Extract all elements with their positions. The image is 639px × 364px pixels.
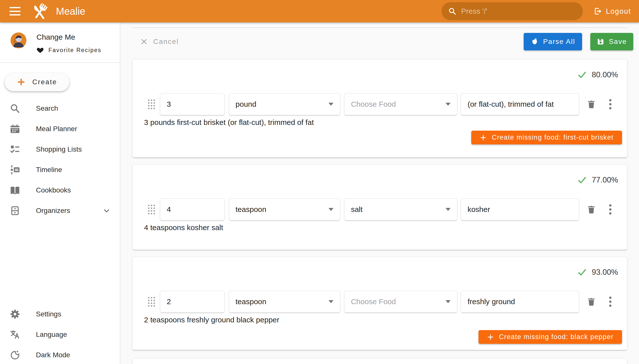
note-field[interactable] xyxy=(461,291,579,313)
note-field[interactable] xyxy=(461,198,579,220)
favorite-recipes-button[interactable]: Favorite Recipes xyxy=(37,46,102,54)
sidebar-item-meal-planner[interactable]: Meal Planner xyxy=(0,119,120,139)
sidebar-item-label: Cookbooks xyxy=(36,186,71,194)
confidence-value: 93.00% xyxy=(592,268,618,277)
dropdown-arrow-icon xyxy=(328,103,333,106)
timeline-icon xyxy=(10,164,21,175)
sidebar-nav: Search Meal Planner Sho xyxy=(0,98,120,221)
quantity-input[interactable] xyxy=(167,205,218,214)
note-field[interactable] xyxy=(461,93,579,115)
search-input[interactable] xyxy=(461,7,576,16)
ingredient-card: 93.00% teaspoon Choose Food xyxy=(132,257,627,350)
user-section: Change Me Favorite Recipes xyxy=(0,22,120,54)
create-button[interactable]: Create xyxy=(5,73,69,91)
magnify-icon xyxy=(10,103,21,114)
food-select[interactable]: salt xyxy=(344,198,457,220)
note-input[interactable] xyxy=(468,205,572,214)
unit-value: teaspoon xyxy=(236,205,266,214)
original-ingredient-text: 2 teaspoons freshly ground black pepper xyxy=(144,316,615,324)
unit-value: teaspoon xyxy=(236,298,266,306)
checklist-icon xyxy=(10,144,21,155)
app-bar: Mealie Logout xyxy=(0,0,639,22)
global-search[interactable] xyxy=(442,2,583,20)
divider xyxy=(132,28,627,28)
apple-icon xyxy=(531,38,539,46)
calendar-icon xyxy=(10,124,21,134)
delete-icon[interactable] xyxy=(586,98,596,110)
sidebar-item-timeline[interactable]: Timeline xyxy=(0,160,120,180)
sidebar-item-label: Search xyxy=(36,104,58,112)
drag-handle-icon[interactable] xyxy=(148,205,155,214)
delete-icon[interactable] xyxy=(586,296,596,308)
unit-select[interactable]: teaspoon xyxy=(229,198,340,220)
sidebar-item-language[interactable]: Language xyxy=(0,324,120,345)
dropdown-arrow-icon xyxy=(446,103,451,106)
drag-handle-icon[interactable] xyxy=(148,297,155,307)
food-placeholder: Choose Food xyxy=(351,298,396,306)
parse-all-button[interactable]: Parse All xyxy=(524,33,582,50)
create-missing-food-label: Create missing food: first-cut brisket xyxy=(492,134,613,141)
drag-handle-icon[interactable] xyxy=(148,100,155,109)
sidebar-item-search[interactable]: Search xyxy=(0,98,120,119)
original-ingredient-text: 4 teaspoons kosher salt xyxy=(144,224,615,232)
unit-select[interactable]: pound xyxy=(229,93,340,115)
confidence-row: 80.00% xyxy=(144,60,618,80)
kebab-menu-icon[interactable] xyxy=(605,204,615,215)
food-value: salt xyxy=(351,205,363,214)
original-ingredient-text: 3 pounds first-cut brisket (or flat-cut)… xyxy=(144,118,615,127)
cabinet-icon xyxy=(10,205,21,216)
sidebar-footer: Settings Language Dark Mode xyxy=(0,304,120,364)
check-icon xyxy=(577,70,587,80)
food-select[interactable]: Choose Food xyxy=(344,291,457,313)
quantity-input[interactable] xyxy=(167,100,218,108)
create-missing-food-button[interactable]: Create missing food: first-cut brisket xyxy=(471,131,622,144)
check-icon xyxy=(577,175,587,185)
unit-select[interactable]: teaspoon xyxy=(229,291,340,313)
menu-icon[interactable] xyxy=(10,7,21,16)
gear-icon xyxy=(10,309,21,320)
ingredient-card: 80.00% pound Choose Food xyxy=(132,59,627,158)
dropdown-arrow-icon xyxy=(328,208,333,211)
save-button[interactable]: Save xyxy=(590,33,633,50)
note-input[interactable] xyxy=(468,100,572,108)
quantity-field[interactable] xyxy=(160,291,225,313)
save-icon xyxy=(597,38,604,46)
sidebar-item-cookbooks[interactable]: Cookbooks xyxy=(0,180,120,200)
note-input[interactable] xyxy=(468,298,572,306)
parse-all-label: Parse All xyxy=(543,38,575,46)
quantity-input[interactable] xyxy=(167,298,218,306)
ingredient-fields: teaspoon salt xyxy=(148,198,615,220)
heart-icon xyxy=(37,46,44,54)
divider xyxy=(0,62,120,63)
sidebar-item-organizers[interactable]: Organizers xyxy=(0,200,120,221)
moon-stars-icon xyxy=(10,350,21,360)
sidebar-item-label: Meal Planner xyxy=(36,125,77,133)
sidebar-item-settings[interactable]: Settings xyxy=(0,304,120,324)
sidebar-item-dark-mode[interactable]: Dark Mode xyxy=(0,345,120,364)
cancel-button[interactable]: Cancel xyxy=(132,38,179,46)
sidebar-item-shopping-lists[interactable]: Shopping Lists xyxy=(0,139,120,160)
avatar[interactable] xyxy=(11,32,27,48)
create-missing-food-button[interactable]: Create missing food: black pepper xyxy=(479,330,622,344)
sidebar-item-label: Organizers xyxy=(36,207,70,215)
logout-button[interactable]: Logout xyxy=(593,7,631,16)
dropdown-arrow-icon xyxy=(446,300,451,303)
main-content: Cancel Parse All Save 8 xyxy=(120,22,639,364)
delete-icon[interactable] xyxy=(586,204,596,215)
kebab-menu-icon[interactable] xyxy=(605,98,615,110)
kebab-menu-icon[interactable] xyxy=(605,296,615,308)
parser-toolbar: Cancel Parse All Save xyxy=(132,33,627,50)
app-title: Mealie xyxy=(56,6,85,17)
quantity-field[interactable] xyxy=(160,93,225,115)
quantity-field[interactable] xyxy=(160,198,225,220)
ingredient-card xyxy=(132,358,627,364)
food-select[interactable]: Choose Food xyxy=(344,93,457,115)
plus-icon xyxy=(487,334,494,340)
unit-value: pound xyxy=(236,100,256,108)
mealie-logo-icon xyxy=(32,2,49,20)
ingredient-card: 77.00% teaspoon salt xyxy=(132,164,627,250)
confidence-row: 77.00% xyxy=(144,165,618,185)
sidebar-item-label: Dark Mode xyxy=(36,351,70,359)
sidebar-item-label: Settings xyxy=(36,310,61,318)
create-missing-food-label: Create missing food: black pepper xyxy=(499,333,613,341)
